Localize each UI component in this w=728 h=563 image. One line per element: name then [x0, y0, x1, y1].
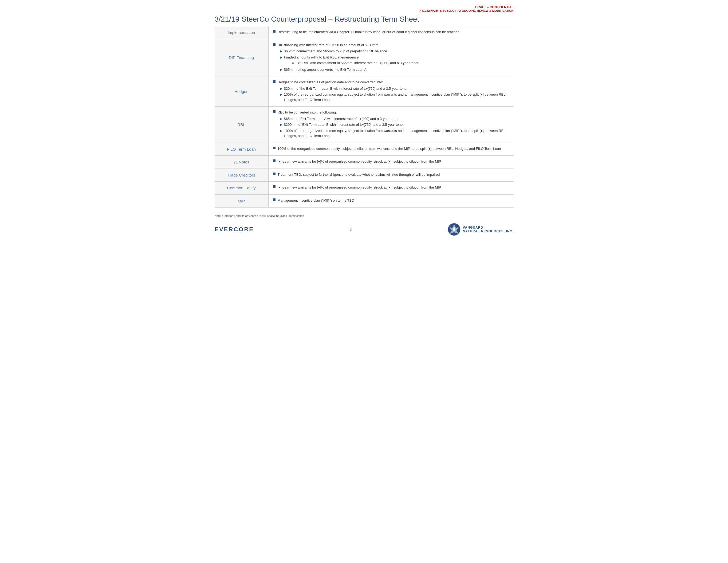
main-bullet: Management incentive plan ("MIP") on ter… [273, 198, 509, 203]
sub-list-item: ▶100% of the reorganized common equity, … [280, 92, 509, 102]
main-bullet-text: Restructuring to be implemented via a Ch… [278, 29, 459, 35]
footer: Evercore 3 VANGUARD NATURAL RESOURCES, I… [215, 223, 514, 236]
row-label: Trade Creditors [215, 168, 269, 182]
note-text: Note: Company and its advisors are still… [215, 214, 304, 217]
row-content: [●]-year new warrants for [●]% of reorga… [268, 156, 513, 169]
table-row: ImplementationRestructuring to be implem… [215, 26, 514, 39]
row-content: DIP financing with interest rate of L+55… [268, 39, 513, 76]
sub-item-text: $65mm of Exit Term Loan A with interest … [284, 116, 399, 121]
main-bullet: Hedges to be crystalized as of petition … [273, 80, 509, 85]
main-bullet-text: Treatment TBD, subject to further dilige… [278, 172, 440, 177]
sub-list-item: ▶$65mm of Exit Term Loan A with interest… [280, 116, 509, 121]
row-content: [●]-year new warrants for [●]% of reorga… [268, 182, 513, 195]
table-row: HedgesHedges to be crystalized as of pet… [215, 76, 514, 107]
row-label: FILO Term Loan [215, 143, 269, 156]
main-bullet-text: DIP financing with interest rate of L+55… [278, 42, 379, 48]
main-bullet-text: Management incentive plan ("MIP") on ter… [278, 198, 354, 203]
row-label: RBL [215, 107, 269, 143]
main-bullet-text: 100% of the reorganized common equity, s… [278, 146, 501, 151]
main-bullet-text: [●]-year new warrants for [●]% of reorga… [278, 185, 441, 190]
main-bullet: Treatment TBD, subject to further dilige… [273, 172, 509, 177]
main-bullet-text: [●]-year new warrants for [●]% of reorga… [278, 159, 441, 164]
note-section: Note: Company and its advisors are still… [215, 212, 514, 217]
bullet-square-icon [273, 43, 276, 46]
bullet-square-icon [273, 198, 276, 201]
sub-item-text: $20mm of the Exit Term Loan B with inter… [284, 86, 408, 91]
sub-item-text: Funded amounts roll into Exit RBL at eme… [284, 55, 419, 66]
sub-sub-item: ●Exit RBL with commitment of $65mm, inte… [292, 60, 419, 66]
vanguard-logo: VANGUARD NATURAL RESOURCES, INC. [447, 223, 514, 236]
sub-list: ▶$65mm commitment and $65mm roll-up of p… [280, 49, 509, 72]
row-label: Common Equity [215, 182, 269, 195]
main-bullet: Restructuring to be implemented via a Ch… [273, 29, 509, 35]
sub-list: ▶$65mm of Exit Term Loan A with interest… [280, 116, 509, 139]
dot-bullet-icon: ● [292, 60, 294, 66]
bullet-square-icon [273, 159, 276, 162]
main-bullet: DIP financing with interest rate of L+55… [273, 42, 509, 48]
arrow-bullet-icon: ▶ [280, 49, 282, 54]
row-content: Management incentive plan ("MIP") on ter… [268, 194, 513, 207]
sub-list-item: ▶$20mm of the Exit Term Loan B with inte… [280, 86, 509, 91]
table-row: RBLRBL to be converted into the followin… [215, 107, 514, 143]
bullet-square-icon [273, 80, 276, 83]
bullet-square-icon [273, 147, 276, 149]
table-row: Trade CreditorsTreatment TBD, subject to… [215, 168, 514, 182]
table-row: FILO Term Loan100% of the reorganized co… [215, 143, 514, 156]
bullet-square-icon [273, 172, 276, 175]
row-content: Hedges to be crystalized as of petition … [268, 76, 513, 107]
table-row: 2L Notes[●]-year new warrants for [●]% o… [215, 156, 514, 169]
arrow-bullet-icon: ▶ [280, 122, 282, 127]
main-bullet: 100% of the reorganized common equity, s… [273, 146, 509, 151]
prelim-line: PRELIMINARY & SUBJECT TO ONGOING REVIEW … [215, 9, 514, 12]
sub-sub-text: Exit RBL with commitment of $65mm, inter… [296, 60, 418, 66]
row-label: DIP Financing [215, 39, 269, 76]
svg-point-2 [453, 228, 455, 231]
sub-list-item: ▶100% of the reorganized common equity, … [280, 128, 509, 139]
header-confidential: DRAFT – CONFIDENTIAL PRELIMINARY & SUBJE… [215, 5, 514, 12]
main-bullet: RBL to be converted into the following: [273, 110, 509, 115]
sub-sub-list: ●Exit RBL with commitment of $65mm, inte… [292, 60, 419, 66]
row-content: Treatment TBD, subject to further dilige… [268, 168, 513, 182]
sub-item-text: $65mm roll-up amount converts into Exit … [284, 67, 367, 72]
sub-list: ▶$20mm of the Exit Term Loan B with inte… [280, 86, 509, 102]
sub-item-text: $65mm commitment and $65mm roll-up of pr… [284, 49, 387, 54]
row-label: Implementation [215, 26, 269, 39]
arrow-bullet-icon: ▶ [280, 92, 282, 97]
table-row: MIPManagement incentive plan ("MIP") on … [215, 194, 514, 207]
table-row: DIP FinancingDIP financing with interest… [215, 39, 514, 76]
bullet-square-icon [273, 185, 276, 188]
draft-line: DRAFT – CONFIDENTIAL [215, 5, 514, 9]
vanguard-text: VANGUARD NATURAL RESOURCES, INC. [463, 226, 514, 233]
arrow-bullet-icon: ▶ [280, 67, 282, 72]
arrow-bullet-icon: ▶ [280, 55, 282, 60]
row-content: Restructuring to be implemented via a Ch… [268, 26, 513, 39]
sub-list-item: ▶Funded amounts roll into Exit RBL at em… [280, 55, 509, 66]
arrow-bullet-icon: ▶ [280, 86, 282, 91]
row-content: RBL to be converted into the following:▶… [268, 107, 513, 143]
main-bullet: [●]-year new warrants for [●]% of reorga… [273, 185, 509, 190]
bullet-square-icon [273, 30, 276, 33]
row-label: MIP [215, 194, 269, 207]
evercore-logo: Evercore [215, 226, 254, 233]
sub-list-item: ▶$290mm of Exit Term Loan B with interes… [280, 122, 509, 127]
main-bullet-text: RBL to be converted into the following: [278, 110, 337, 115]
table-row: Common Equity[●]-year new warrants for [… [215, 182, 514, 195]
main-bullet-text: Hedges to be crystalized as of petition … [278, 80, 383, 85]
bullet-square-icon [273, 110, 276, 113]
sub-item-text: 100% of the reorganized common equity, s… [284, 128, 509, 139]
main-bullet: [●]-year new warrants for [●]% of reorga… [273, 159, 509, 164]
page-title: 3/21/19 SteerCo Counterproposal – Restru… [215, 15, 514, 23]
page-number: 3 [349, 227, 352, 231]
sub-list-item: ▶$65mm roll-up amount converts into Exit… [280, 67, 509, 72]
row-label: 2L Notes [215, 156, 269, 169]
sub-list-item: ▶$65mm commitment and $65mm roll-up of p… [280, 49, 509, 54]
arrow-bullet-icon: ▶ [280, 128, 282, 133]
sub-item-text: 100% of the reorganized common equity, s… [284, 92, 509, 102]
arrow-bullet-icon: ▶ [280, 116, 282, 121]
row-label: Hedges [215, 76, 269, 107]
vanguard-icon [447, 223, 461, 236]
row-content: 100% of the reorganized common equity, s… [268, 143, 513, 156]
sub-item-text: $290mm of Exit Term Loan B with interest… [284, 122, 404, 127]
main-table: ImplementationRestructuring to be implem… [215, 26, 514, 207]
